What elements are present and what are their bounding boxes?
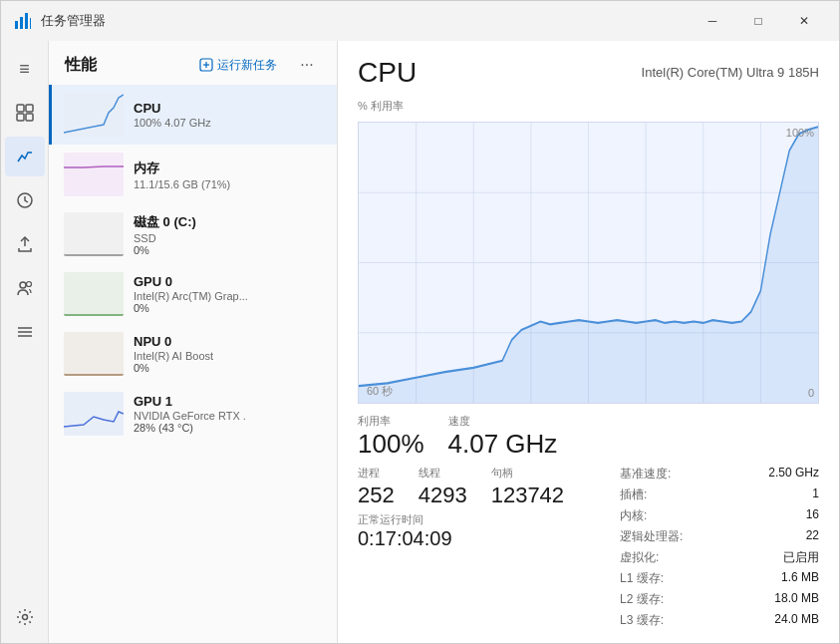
left-panel-header: 性能 运行新任务 ··· [49,41,337,85]
device-item-gpu0[interactable]: GPU 0 Intel(R) Arc(TM) Grap... 0% [49,264,337,324]
rss-logical-processors: 逻辑处理器: 22 [620,528,819,545]
right-panel-title: CPU [358,57,417,89]
gpu1-thumbnail [64,392,124,436]
thread-label: 线程 [419,466,467,481]
speed-block: 速度 4.07 GHz [448,414,558,460]
gpu1-info: GPU 1 NVIDIA GeForce RTX . 28% (43 °C) [134,394,325,434]
gpu1-sub: NVIDIA GeForce RTX . [134,410,325,422]
disk-thumbnail [64,212,124,256]
svg-rect-1 [20,17,23,29]
gpu0-thumbnail [64,272,124,316]
close-button[interactable]: ✕ [781,5,827,37]
svg-rect-7 [26,114,33,121]
mem-name: 内存 [134,160,325,177]
right-header: CPU Intel(R) Core(TM) Ultra 9 185H [358,57,819,89]
npu-usage: 0% [134,362,325,374]
disk-info: 磁盘 0 (C:) SSD 0% [134,213,325,256]
mem-info: 内存 11.1/15.6 GB (71%) [134,160,325,190]
lower-left: 进程 252 线程 4293 句柄 123742 正常运行时间 0:17:04:… [358,466,564,550]
window-controls: ─ □ ✕ [690,5,827,37]
disk-name: 磁盘 0 (C:) [134,213,325,231]
svg-rect-3 [30,18,31,29]
maximize-button[interactable]: □ [735,5,781,37]
cpu-sub: 100% 4.07 GHz [134,117,325,129]
sidebar-item-details[interactable] [5,312,45,352]
gpu1-name: GPU 1 [134,394,325,409]
disk-sub: SSD [134,232,325,244]
performance-title: 性能 [65,55,97,76]
utilization-value: 100% [358,429,424,460]
sidebar-item-performance[interactable] [5,137,45,176]
main-layout: ≡ [1,41,839,644]
rss-l1-cache: L1 缓存: 1.6 MB [620,570,819,587]
runtime-block: 正常运行时间 0:17:04:09 [358,512,564,550]
process-thread-handle-row: 进程 252 线程 4293 句柄 123742 [358,466,564,508]
handle-value: 123742 [491,483,564,508]
svg-rect-6 [17,114,24,121]
device-item-cpu[interactable]: CPU 100% 4.07 GHz [49,85,337,145]
thread-group: 线程 4293 [419,466,467,508]
utilization-block: 利用率 100% [358,414,424,460]
mem-thumbnail [64,153,124,196]
gpu0-usage: 0% [134,302,325,314]
svg-point-14 [22,615,27,620]
app-title: 任务管理器 [41,12,106,30]
process-group: 进程 252 [358,466,395,508]
rss-cores: 内核: 16 [620,507,819,524]
left-panel: 性能 运行新任务 ··· [49,41,338,644]
gpu0-info: GPU 0 Intel(R) Arc(TM) Grap... 0% [134,274,325,314]
handle-label: 句柄 [491,466,564,481]
more-options-button[interactable]: ··· [293,51,321,79]
gpu0-name: GPU 0 [134,274,325,289]
gpu1-usage: 28% (43 °C) [134,422,325,434]
title-bar-left: 任务管理器 [13,11,106,31]
rss-virtualization: 虚拟化: 已启用 [620,549,819,566]
device-item-memory[interactable]: 内存 11.1/15.6 GB (71%) [49,145,337,204]
sidebar-item-history[interactable] [5,180,45,220]
lower-section: 进程 252 线程 4293 句柄 123742 正常运行时间 0:17:04:… [358,466,819,629]
svg-rect-19 [64,212,124,256]
runtime-label: 正常运行时间 [358,512,564,527]
left-panel-actions: 运行新任务 ··· [191,51,321,79]
npu-sub: Intel(R) AI Boost [134,350,325,362]
device-item-gpu1[interactable]: GPU 1 NVIDIA GeForce RTX . 28% (43 °C) [49,384,337,444]
minimize-button[interactable]: ─ [690,5,735,37]
svg-rect-2 [25,13,28,29]
run-new-task-button[interactable]: 运行新任务 [191,53,285,78]
chart-x-label: 60 秒 [367,384,393,399]
svg-rect-20 [64,272,124,316]
npu-info: NPU 0 Intel(R) AI Boost 0% [134,334,325,374]
rss-base-speed: 基准速度: 2.50 GHz [620,466,819,483]
cpu-chart: 100% 0 60 秒 [358,122,819,404]
app-icon [13,11,33,31]
utilization-label: 利用率 [358,414,424,429]
run-icon [199,58,213,72]
rss-l3-cache: L3 缓存: 24.0 MB [620,612,819,629]
stats-row: 利用率 100% 速度 4.07 GHz [358,414,819,460]
cpu-chart-svg [359,123,818,403]
chart-y-axis-label: % 利用率 [358,99,819,114]
disk-usage: 0% [134,244,325,256]
svg-rect-5 [26,105,33,112]
right-side-stats: 基准速度: 2.50 GHz 插槽: 1 内核: 16 逻辑处理器: 22 虚拟… [620,466,819,629]
svg-point-10 [26,282,31,287]
sidebar: ≡ [1,41,49,644]
mem-sub: 11.1/15.6 GB (71%) [134,178,325,190]
svg-rect-0 [15,21,18,29]
rss-l2-cache: L2 缓存: 18.0 MB [620,591,819,608]
sidebar-item-processes[interactable] [5,93,45,133]
cpu-model-subtitle: Intel(R) Core(TM) Ultra 9 185H [642,57,819,80]
device-item-npu[interactable]: NPU 0 Intel(R) AI Boost 0% [49,324,337,384]
chart-y-max-label: 100% [786,127,814,139]
svg-rect-18 [64,153,124,196]
title-bar: 任务管理器 ─ □ ✕ [1,1,839,41]
sidebar-item-startup[interactable] [5,224,45,264]
cpu-name: CPU [134,101,325,116]
right-panel: CPU Intel(R) Core(TM) Ultra 9 185H % 利用率… [338,41,839,644]
device-item-disk[interactable]: 磁盘 0 (C:) SSD 0% [49,204,337,264]
process-value: 252 [358,483,395,508]
npu-thumbnail [64,332,124,376]
sidebar-item-settings[interactable] [5,597,45,637]
sidebar-item-users[interactable] [5,268,45,308]
sidebar-item-hamburger[interactable]: ≡ [5,49,45,89]
